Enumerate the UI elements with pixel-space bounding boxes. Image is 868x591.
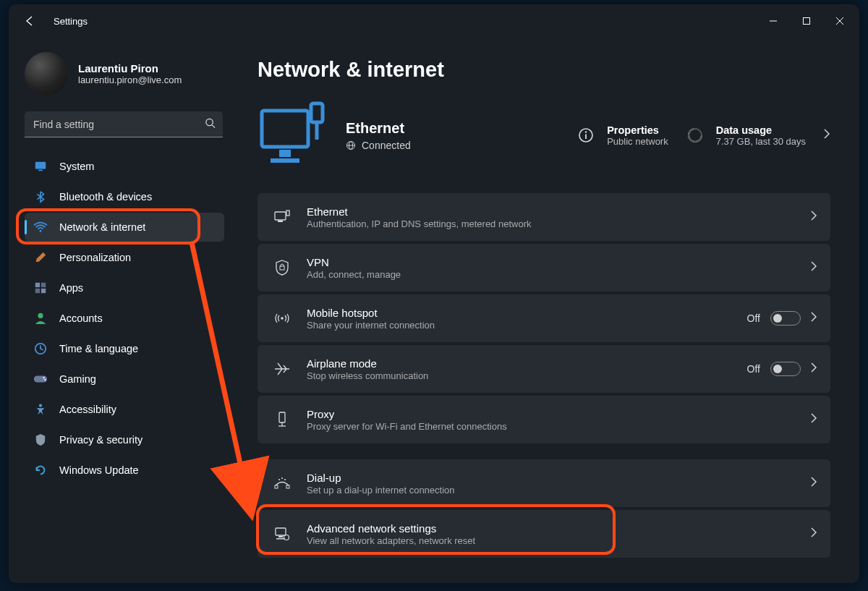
clock-icon [33,341,48,356]
search-icon [205,118,216,132]
svg-point-40 [278,479,280,480]
main-content: Network & internet Ethernet Connected [240,38,859,583]
card-title: Proxy [307,408,795,420]
hotspot-icon [273,310,291,327]
card-sub: Set up a dial-up internet connection [307,485,795,496]
svg-rect-35 [279,412,285,422]
svg-point-11 [38,313,43,318]
airplane-icon [273,360,291,378]
monitor-icon [33,159,48,174]
chevron-right-icon [811,362,817,375]
hotspot-toggle[interactable] [770,311,801,326]
sidebar-item-personalization[interactable]: Personalization [25,243,224,272]
proxy-icon [273,411,291,428]
sidebar-item-accessibility[interactable]: Accessibility [25,395,224,424]
chevron-right-icon [811,527,817,540]
card-mobile-hotspot[interactable]: Mobile hotspot Share your internet conne… [258,294,830,342]
bluetooth-icon [33,190,48,204]
svg-rect-8 [41,283,46,287]
profile-email: laurentiu.piron@live.com [78,75,182,85]
settings-cards: Ethernet Authentication, IP and DNS sett… [258,193,830,558]
sidebar-item-label: Time & language [59,343,138,354]
back-button[interactable] [16,7,45,35]
svg-rect-20 [311,103,323,122]
card-title: VPN [307,256,795,268]
card-proxy[interactable]: Proxy Proxy server for Wi-Fi and Etherne… [258,396,830,443]
profile-block[interactable]: Laurentiu Piron laurentiu.piron@live.com [25,52,240,95]
svg-point-16 [39,404,42,407]
sidebar-item-label: Accessibility [59,404,116,415]
airplane-toggle[interactable] [770,362,801,376]
page-title: Network & internet [258,58,830,82]
connection-name: Ethernet [346,120,411,137]
card-dial-up[interactable]: Dial-up Set up a dial-up internet connec… [258,459,830,507]
svg-rect-10 [41,289,46,293]
svg-point-26 [585,131,587,132]
minimize-button[interactable] [757,7,790,35]
ethernet-icon [273,208,291,226]
sidebar-item-label: Gaming [59,373,96,385]
properties-link[interactable]: Properties Public network [575,124,668,147]
data-usage-link[interactable]: Data usage 7.37 GB, last 30 days [684,124,830,147]
card-sub: Share your internet connection [307,320,731,331]
apps-icon [33,281,48,295]
chevron-right-icon [811,312,817,325]
sidebar-item-windows-update[interactable]: Windows Update [25,456,224,485]
svg-rect-17 [262,111,308,147]
shield-icon [33,433,48,447]
sidebar-item-apps[interactable]: Apps [25,273,224,302]
sidebar-item-label: Network & internet [59,221,145,233]
card-advanced-network[interactable]: Advanced network settings View all netwo… [258,510,830,558]
globe-icon [346,140,356,150]
card-sub: Proxy server for Wi-Fi and Ethernet conn… [307,421,795,432]
svg-rect-9 [35,289,40,293]
window-title: Settings [54,16,88,27]
sidebar-item-label: Privacy & security [59,434,142,446]
chevron-right-icon [811,477,817,490]
settings-window: Settings Laurentiu Piron laurentiu.piron… [9,4,859,583]
card-sub: Stop wireless communication [307,370,731,381]
svg-point-6 [40,230,42,232]
card-sub: Add, connect, manage [307,269,795,280]
brush-icon [33,250,48,265]
card-airplane-mode[interactable]: Airplane mode Stop wireless communicatio… [258,345,830,393]
svg-point-14 [43,377,44,378]
avatar [25,52,68,95]
info-icon [575,124,597,146]
card-title: Airplane mode [307,357,731,370]
svg-rect-31 [278,221,283,222]
svg-rect-44 [278,536,283,537]
svg-rect-39 [286,485,289,488]
sidebar-item-accounts[interactable]: Accounts [25,304,224,333]
search-box[interactable] [25,111,223,137]
nav-list: System Bluetooth & devices Network & int… [25,152,224,485]
card-title: Ethernet [307,205,795,218]
card-vpn[interactable]: VPN Add, connect, manage [258,244,830,292]
sidebar-item-network[interactable]: Network & internet [25,213,224,242]
card-title: Dial-up [307,472,795,484]
svg-rect-30 [275,212,286,220]
svg-rect-5 [38,170,42,171]
svg-point-46 [284,535,289,540]
sidebar-item-system[interactable]: System [25,152,224,181]
svg-rect-1 [804,18,810,25]
svg-point-34 [281,317,284,320]
search-input[interactable] [25,111,223,137]
toggle-label: Off [747,312,760,324]
sidebar-item-gaming[interactable]: Gaming [25,365,224,394]
card-sub: Authentication, IP and DNS settings, met… [307,218,795,229]
sidebar-item-privacy[interactable]: Privacy & security [25,425,224,454]
card-sub: View all network adapters, network reset [307,535,795,546]
sidebar-item-bluetooth[interactable]: Bluetooth & devices [25,182,224,211]
sidebar-item-time-language[interactable]: Time & language [25,334,224,363]
maximize-button[interactable] [790,7,823,35]
chevron-right-icon [811,261,817,274]
toggle-label: Off [747,363,760,375]
data-usage-label: Data usage [716,124,806,136]
svg-rect-38 [275,485,278,488]
sidebar-item-label: Accounts [59,312,103,324]
close-button[interactable] [823,7,856,35]
dial-up-icon [273,475,291,492]
card-ethernet[interactable]: Ethernet Authentication, IP and DNS sett… [258,193,830,241]
connection-hero: Ethernet Connected Properties Public net… [258,101,830,170]
